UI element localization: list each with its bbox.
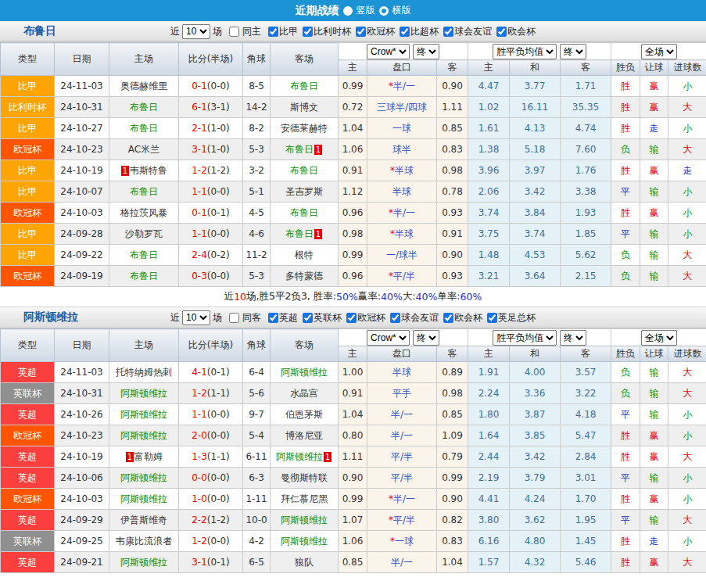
handicap-result-cell: 输	[640, 224, 668, 245]
home-team-cell: 格拉茨风暴	[109, 203, 179, 224]
avg-type-select[interactable]: 胜平负均值	[493, 44, 557, 59]
avg-home-cell: 1.02	[468, 97, 510, 118]
home-team-name: 韦斯特鲁	[130, 165, 167, 176]
scope-select[interactable]: 全场	[641, 330, 677, 346]
away-team-cell: 狼队	[271, 552, 339, 573]
league-filter-checkbox[interactable]	[346, 313, 357, 323]
summary-part: 近	[224, 290, 235, 303]
away-team-cell: 阿斯顿维拉1	[271, 446, 339, 468]
score-cell: 1-0(0-0)	[179, 489, 243, 510]
match-row: 英联杯24-09-25韦康比流浪者1-2(0-0)4-2阿斯顿维拉1.06*一球…	[1, 531, 706, 552]
avg-draw-cell: 4.13	[510, 118, 561, 139]
league-filter-label: 球会友谊	[401, 312, 439, 323]
recent-count-select[interactable]: 10	[182, 24, 210, 39]
home-team-cell: 布鲁日	[109, 181, 179, 203]
league-filter-label: 英超	[279, 312, 298, 323]
league-filter-checkbox[interactable]	[496, 27, 507, 37]
league-filter-checkbox[interactable]	[443, 27, 453, 37]
summary-part: 场,胜5平2负3, 胜率:	[246, 290, 336, 303]
halftime-score: (0-0)	[207, 228, 230, 239]
home-odds-cell: 0.91	[339, 160, 367, 181]
league-filter-checkbox[interactable]	[390, 313, 400, 323]
away-odds-cell: 0.90	[437, 76, 468, 97]
fulltime-score: 2-0	[192, 430, 207, 441]
match-row: 比利时杯24-10-31布鲁日6-1(3-1)14-2斯博文0.72三球半/四球…	[1, 97, 706, 118]
corners-cell: 14-2	[243, 97, 271, 118]
col-avg-home: 主	[468, 60, 510, 76]
goals-result-cell: 小	[668, 118, 706, 139]
odds-company-select[interactable]: Crow*	[367, 44, 410, 59]
section-header: 布鲁日 近 10 场 同主 比甲比利时杯欧冠杯比超杯球会友谊欧会杯	[0, 21, 706, 42]
odds-company-select[interactable]: Crow*	[367, 330, 410, 346]
league-cell: 欧冠杯	[1, 489, 55, 510]
corners-cell: 6-3	[243, 468, 271, 489]
summary-part: 40%	[416, 291, 438, 303]
league-filter-checkbox[interactable]	[303, 27, 313, 37]
same-venue-label: 同客	[242, 311, 261, 324]
avg-type-select[interactable]: 胜平负均值	[493, 330, 557, 346]
layout-radio-horizontal-icon[interactable]	[379, 6, 389, 16]
avg-away-cell: 4.18	[561, 404, 611, 425]
layout-radio-vertical-label[interactable]: 竖版	[357, 4, 375, 17]
away-team-name: 根特	[295, 249, 314, 260]
odds-stage-select[interactable]: 终	[413, 44, 439, 59]
home-team-cell: 阿斯顿维拉	[109, 489, 179, 510]
result-cell: 胜	[611, 552, 640, 573]
home-team-cell: 韦康比流浪者	[109, 531, 179, 552]
away-odds-cell: 0.90	[437, 489, 468, 510]
goals-result-cell: 小	[668, 224, 706, 245]
league-filter-checkbox[interactable]	[356, 27, 366, 37]
handicap-cell: *平/半	[367, 266, 437, 287]
league-cell: 比甲	[1, 181, 55, 203]
away-team-cell: 布鲁日	[271, 76, 339, 97]
halftime-score: (1-2)	[207, 165, 230, 176]
page-title: 近期战绩	[296, 4, 339, 18]
avg-home-cell: 3.80	[468, 510, 510, 531]
avg-stage-select[interactable]: 终	[560, 44, 586, 59]
odds-stage-select[interactable]: 终	[413, 330, 439, 346]
section-header: 阿斯顿维拉 近 10 场 同客 英超英联杯欧冠杯球会友谊欧会杯英足总杯	[0, 307, 706, 328]
away-team-cell: 布鲁日1	[271, 224, 339, 245]
same-venue-checkbox[interactable]	[229, 27, 239, 37]
match-row: 英超24-11-03托特纳姆热刺4-1(0-1)6-4阿斯顿维拉1.00半球0.…	[1, 362, 706, 383]
league-cell: 英超	[1, 362, 55, 383]
league-filter-checkbox[interactable]	[268, 27, 278, 37]
home-team-cell: 阿斯顿维拉	[109, 404, 179, 425]
layout-radio-horizontal-label[interactable]: 横版	[392, 4, 411, 17]
corners-cell: 1-11	[243, 489, 271, 510]
avg-stage-select[interactable]: 终	[560, 330, 586, 346]
corners-cell: 11-2	[243, 245, 271, 266]
halftime-score: (0-0)	[207, 536, 230, 547]
scope-select[interactable]: 全场	[641, 44, 677, 59]
handicap-result-cell: 赢	[640, 489, 668, 510]
halftime-score: (1-1)	[207, 388, 230, 399]
away-odds-cell: 0.90	[437, 245, 468, 266]
home-team-name: 布鲁日	[130, 249, 158, 260]
handicap-result-cell: 赢	[640, 203, 668, 224]
match-row: 欧冠杯24-10-23阿斯顿维拉2-0(0-0)5-4博洛尼亚0.80半/一1.…	[1, 425, 706, 446]
scope-group: 全场	[611, 43, 706, 60]
matches-table: 类型 日期 主场 比分(半场) 角球 客场 Crow* 终 胜平负均值 终	[0, 42, 706, 287]
league-filter-label: 英足总杯	[498, 312, 536, 323]
league-filter-checkbox[interactable]	[443, 313, 453, 323]
league-filter-checkbox[interactable]	[303, 313, 313, 323]
match-row: 英超24-10-06阿斯顿维拉0-0(0-0)6-3曼彻斯特联0.90平/半0.…	[1, 468, 706, 489]
date-cell: 24-09-22	[55, 245, 109, 266]
recent-count-select[interactable]: 10	[182, 310, 210, 325]
away-odds-cell: 0.83	[437, 531, 468, 552]
score-cell: 1-1(0-0)	[179, 404, 243, 425]
away-odds-cell: 0.99	[437, 468, 468, 489]
home-odds-cell: 1.04	[339, 404, 367, 425]
date-cell: 24-10-26	[55, 404, 109, 425]
league-filter-checkbox[interactable]	[400, 27, 410, 37]
league-cell: 英联杯	[1, 531, 55, 552]
halftime-score: (0-0)	[207, 409, 230, 420]
halftime-score: (3-1)	[207, 102, 230, 113]
away-odds-cell: 0.98	[437, 160, 468, 181]
league-filter-checkbox[interactable]	[487, 313, 497, 323]
layout-radio-vertical-icon[interactable]	[343, 6, 353, 16]
same-venue-checkbox[interactable]	[229, 313, 239, 323]
avg-draw-cell: 4.80	[510, 531, 561, 552]
league-filter-checkbox[interactable]	[268, 313, 278, 323]
league-cell: 比甲	[1, 118, 55, 139]
